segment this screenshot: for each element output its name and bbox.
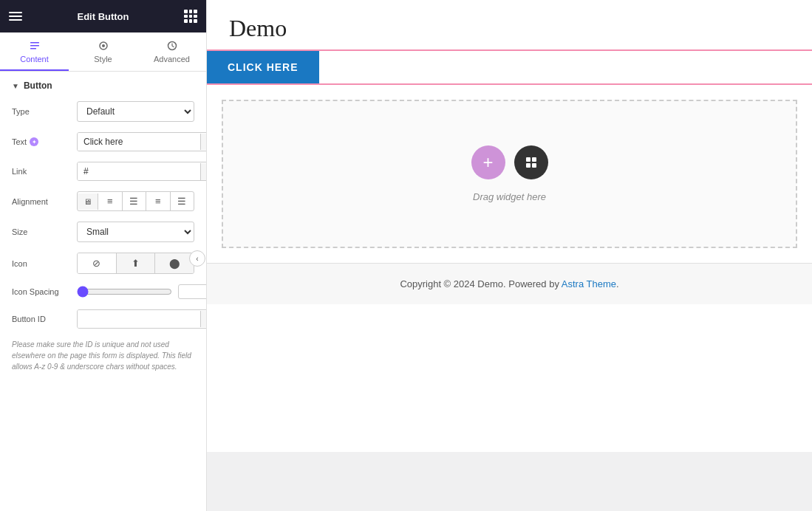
type-select[interactable]: Default Info Success Warning Danger [77, 101, 194, 122]
tab-style[interactable]: Style [69, 32, 137, 71]
alignment-label: Alignment [12, 197, 71, 206]
type-label: Type [12, 107, 71, 116]
button-id-align-btn[interactable]: ≡ [200, 311, 206, 327]
alignment-control: 🖥 ≡ ☰ ≡ ☰ [77, 191, 194, 211]
field-size: Size Extra Small Small Medium Large Extr… [12, 222, 194, 242]
collapse-arrow[interactable]: ▼ [12, 82, 19, 90]
canvas-inner: Demo CLICK HERE + [207, 0, 812, 511]
field-alignment: Alignment 🖥 ≡ ☰ ≡ ☰ [12, 191, 194, 211]
text-control: ≡ [77, 132, 206, 151]
text-input[interactable] [78, 133, 200, 151]
pink-line-bottom [207, 83, 812, 85]
svg-rect-1 [30, 45, 39, 47]
button-id-input[interactable] [78, 310, 200, 328]
align-center[interactable]: ☰ [123, 192, 147, 210]
svg-rect-6 [526, 157, 530, 162]
icon-circle[interactable]: ⬤ [155, 253, 194, 273]
svg-rect-7 [532, 157, 536, 162]
click-here-button[interactable]: CLICK HERE [207, 51, 319, 83]
size-label: Size [12, 227, 71, 236]
hamburger-icon[interactable] [9, 12, 22, 21]
drop-zone[interactable]: + Drag widget here [222, 100, 797, 248]
grid-icon[interactable] [184, 10, 197, 23]
tab-content[interactable]: Content [0, 32, 69, 71]
svg-rect-9 [532, 163, 536, 168]
panel-title: Edit Button [77, 11, 129, 22]
icon-spacing-label: Icon Spacing [12, 287, 71, 296]
widget-button[interactable] [514, 145, 548, 179]
page-title: Demo [207, 0, 812, 49]
link-control: ⚙ ≡ [77, 162, 206, 181]
alignment-device-icon: 🖥 [78, 193, 98, 210]
type-control: Default Info Success Warning Danger [77, 101, 194, 122]
help-text: Please make sure the ID is unique and no… [12, 339, 194, 372]
drop-text: Drag widget here [473, 191, 546, 202]
svg-rect-2 [30, 48, 36, 49]
icon-group: ⊘ ⬆ ⬤ [77, 253, 194, 274]
icon-control: ⊘ ⬆ ⬤ [77, 253, 194, 274]
top-bar: Edit Button [0, 0, 206, 32]
tab-content-label: Content [20, 55, 49, 64]
add-widget-button[interactable]: + [471, 145, 505, 179]
section-label: Button [24, 80, 52, 91]
tab-advanced[interactable]: Advanced [137, 32, 206, 71]
page-content: Demo CLICK HERE + [207, 0, 812, 452]
alignment-group: 🖥 ≡ ☰ ≡ ☰ [77, 191, 194, 211]
field-icon-spacing: Icon Spacing [12, 284, 194, 299]
field-link: Link ⚙ ≡ [12, 162, 194, 181]
align-left[interactable]: ≡ [98, 192, 123, 210]
right-canvas: Demo CLICK HERE + [207, 0, 812, 511]
text-align-btn[interactable]: ≡ [200, 134, 206, 150]
panel-content: ▼ Button Type Default Info Success Warni… [0, 72, 206, 511]
align-justify[interactable]: ☰ [171, 192, 194, 210]
icon-spacing-value[interactable] [178, 284, 206, 299]
footer-text: Copyright © 2024 Demo. Powered by [400, 278, 561, 289]
svg-rect-8 [526, 163, 530, 168]
drop-zone-icons: + [471, 145, 548, 179]
footer: Copyright © 2024 Demo. Powered by Astra … [207, 263, 812, 304]
tab-style-label: Style [94, 55, 112, 64]
link-settings-btn[interactable]: ⚙ [200, 163, 206, 180]
field-icon: Icon ⊘ ⬆ ⬤ [12, 253, 194, 274]
icon-spacing-slider[interactable] [77, 286, 172, 298]
field-button-id: Button ID ≡ [12, 309, 194, 329]
align-right[interactable]: ≡ [146, 192, 171, 210]
button-id-label: Button ID [12, 315, 71, 323]
icon-spacing-control [77, 284, 206, 299]
dynamic-icon[interactable]: ✦ [30, 137, 38, 146]
tab-advanced-label: Advanced [154, 55, 190, 64]
field-text: Text ✦ ≡ [12, 132, 194, 151]
field-type: Type Default Info Success Warning Danger [12, 101, 194, 122]
section-header: ▼ Button [12, 80, 194, 91]
icon-none[interactable]: ⊘ [78, 253, 117, 273]
align-btn-group: ≡ ☰ ≡ ☰ [98, 192, 194, 210]
footer-link[interactable]: Astra Theme [562, 278, 616, 289]
link-input-group: ⚙ ≡ [77, 162, 206, 181]
svg-point-4 [102, 44, 105, 47]
footer-after: . [616, 278, 619, 289]
text-input-group: ≡ [77, 132, 206, 151]
size-control: Extra Small Small Medium Large Extra Lar… [77, 222, 194, 242]
icon-label: Icon [12, 259, 71, 268]
text-label: Text ✦ [12, 137, 71, 146]
left-panel: Edit Button Content Style [0, 0, 207, 511]
size-select[interactable]: Extra Small Small Medium Large Extra Lar… [77, 222, 194, 242]
link-input[interactable] [78, 162, 200, 180]
slider-row [77, 284, 206, 299]
button-id-group: ≡ [77, 309, 206, 329]
panel-tabs: Content Style Advanced [0, 32, 206, 72]
svg-rect-0 [30, 42, 39, 44]
button-section: CLICK HERE [207, 49, 812, 85]
icon-upload[interactable]: ⬆ [117, 253, 156, 273]
link-label: Link [12, 167, 71, 176]
button-id-control: ≡ [77, 309, 206, 329]
canvas-bottom-area [207, 452, 812, 511]
